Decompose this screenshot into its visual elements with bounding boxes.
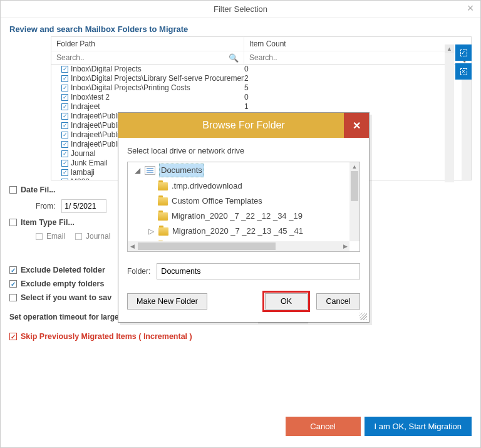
- folder-icon: [158, 212, 168, 221]
- folder-icon: [158, 182, 168, 190]
- collapse-icon[interactable]: ◢: [134, 164, 141, 177]
- row-checkbox[interactable]: [61, 66, 68, 73]
- tree-item-label: Migration_2020 _7 _22 _13 _45 _41: [172, 225, 303, 237]
- search-folder-path[interactable]: [55, 53, 240, 63]
- row-path: lambaji: [71, 168, 95, 177]
- documents-icon: [145, 166, 155, 175]
- folder-field-label: Folder:: [127, 267, 150, 276]
- from-label: From:: [36, 202, 55, 211]
- row-path: Inbox\Digital Projects: [71, 65, 142, 74]
- ok-button-highlight: OK: [262, 291, 310, 312]
- table-row[interactable]: Inbox\Digital Projects\Library Self-serv…: [51, 74, 471, 83]
- column-headers: Folder Path Item Count: [51, 36, 472, 51]
- header-item-count[interactable]: Item Count: [244, 37, 471, 51]
- tree-hscrollbar[interactable]: ◀▶: [128, 241, 349, 251]
- row-checkbox[interactable]: [61, 85, 68, 91]
- select-all-buttons: ✓ ×: [455, 44, 472, 80]
- resize-grip-icon[interactable]: [359, 313, 367, 320]
- row-checkbox[interactable]: [61, 150, 68, 157]
- window-close-button[interactable]: ×: [464, 3, 477, 15]
- tree-vscrollbar[interactable]: ▲: [349, 162, 359, 241]
- search-icon: 🔍: [229, 53, 239, 63]
- start-migration-button[interactable]: I am OK, Start Migration: [365, 417, 472, 436]
- row-checkbox[interactable]: [61, 160, 68, 167]
- row-checkbox[interactable]: [61, 122, 68, 129]
- row-count: 5: [244, 83, 471, 93]
- folder-tree[interactable]: ◢Documents .tmp.drivedownloadCustom Offi…: [127, 162, 360, 252]
- from-date-input[interactable]: [61, 199, 106, 213]
- section-heading: Review and search Mailbox Folders to Mig…: [1, 18, 480, 36]
- scroll-up-icon[interactable]: ▲: [445, 44, 454, 53]
- skip-migrated-checkbox[interactable]: Skip Previously Migrated Items ( Increme…: [9, 332, 472, 341]
- row-path: Indrajeet\Public: [71, 130, 123, 140]
- row-checkbox[interactable]: [61, 141, 68, 148]
- search-row: 🔍 🔍: [51, 51, 472, 64]
- row-count: 0: [244, 93, 471, 102]
- row-count: 0: [244, 65, 471, 74]
- row-checkbox[interactable]: [61, 103, 68, 110]
- table-row[interactable]: Inbox\Digital Projects0: [51, 65, 471, 74]
- folder-icon: [158, 227, 168, 236]
- folder-icon: [158, 197, 168, 206]
- row-path: Indrajeet\Public: [71, 112, 123, 121]
- row-checkbox[interactable]: [61, 113, 68, 120]
- row-path: Inbox\Digital Projects\Printing Costs: [71, 83, 190, 93]
- row-checkbox[interactable]: [61, 169, 68, 176]
- folder-field-input[interactable]: [157, 263, 360, 279]
- row-path: Indrajeet\Public: [71, 121, 123, 130]
- email-checkbox[interactable]: [36, 233, 43, 240]
- check-all-button[interactable]: ✓: [455, 44, 472, 61]
- table-row[interactable]: Indrajeet1: [51, 102, 471, 112]
- window-title: Filter Selection: [214, 4, 267, 14]
- tree-item-label: Documents: [159, 164, 204, 177]
- row-path: Journal: [71, 149, 95, 159]
- row-count: 2: [244, 74, 471, 83]
- journal-checkbox[interactable]: [75, 233, 82, 240]
- cancel-button[interactable]: Cancel: [286, 417, 361, 436]
- tree-item[interactable]: Custom Office Templates: [128, 194, 359, 209]
- expand-icon[interactable]: ▷: [148, 225, 155, 237]
- dialog-cancel-button[interactable]: Cancel: [316, 293, 360, 310]
- tree-item-label: Migration_2020 _7 _22 _12 _34 _19: [172, 210, 303, 222]
- row-path: Inbox\Digital Projects\Library Self-serv…: [71, 74, 244, 83]
- row-path: Indrajeet\Public: [71, 140, 123, 149]
- row-path: Indrajeet: [71, 102, 100, 112]
- header-folder-path[interactable]: Folder Path: [51, 37, 244, 51]
- table-row[interactable]: Inbox\Digital Projects\Printing Costs5: [51, 83, 471, 93]
- tree-item-label: Custom Office Templates: [172, 195, 262, 207]
- dialog-instruction: Select local drive or network drive: [118, 138, 369, 162]
- tree-item[interactable]: ▷Migration_2020 _7 _22 _13 _45 _41: [128, 224, 359, 239]
- dialog-ok-button[interactable]: OK: [265, 293, 308, 310]
- outer-scrollbar[interactable]: ▲: [445, 44, 454, 182]
- grid-scrollbar[interactable]: ▲: [462, 65, 471, 180]
- dialog-title: Browse For Folder: [202, 120, 285, 131]
- dialog-close-button[interactable]: ✕: [344, 113, 369, 138]
- uncheck-all-button[interactable]: ×: [455, 63, 472, 80]
- make-new-folder-button[interactable]: Make New Folder: [127, 293, 207, 310]
- tree-item-root[interactable]: ◢Documents: [128, 162, 359, 179]
- tree-item[interactable]: Migration_2020 _7 _22 _12 _34 _19: [128, 209, 359, 224]
- row-path: Inbox\test 2: [71, 93, 110, 102]
- row-checkbox[interactable]: [61, 94, 68, 101]
- window-titlebar: Filter Selection ×: [1, 1, 480, 18]
- table-row[interactable]: Inbox\test 20: [51, 93, 471, 102]
- tree-item-label: .tmp.drivedownload: [172, 180, 242, 192]
- tree-item[interactable]: .tmp.drivedownload: [128, 179, 359, 194]
- row-checkbox[interactable]: [61, 75, 68, 82]
- row-checkbox[interactable]: [61, 132, 68, 138]
- row-path: Junk Email: [71, 159, 108, 168]
- browse-folder-dialog: Browse For Folder ✕ Select local drive o…: [118, 112, 370, 323]
- dialog-titlebar: Browse For Folder ✕: [118, 113, 369, 138]
- search-item-count[interactable]: [248, 53, 467, 63]
- row-count: 1: [244, 102, 471, 112]
